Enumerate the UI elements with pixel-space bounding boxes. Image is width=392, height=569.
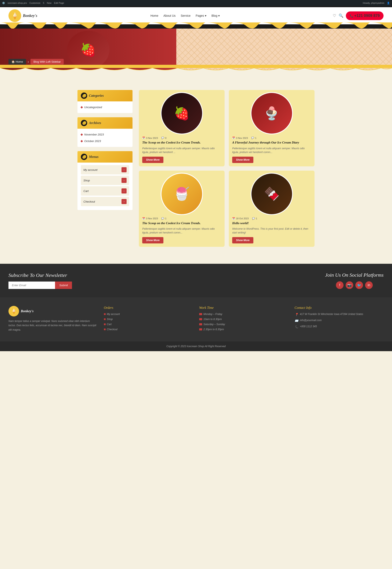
copyright-text: Copyright © 2023 Icecream Shop All Right… <box>166 345 226 348</box>
post-meta-3: 📅 3 Nov 2023 💬 1 <box>139 217 224 221</box>
show-more-btn-3[interactable]: Show More <box>142 237 163 243</box>
category-label: Uncategorized <box>84 106 102 109</box>
menu-arrow-shop: › <box>122 178 126 183</box>
show-more-btn-2[interactable]: Show More <box>232 157 253 163</box>
phone-icon: 📞 <box>295 325 298 329</box>
search-icon[interactable]: 🔍 <box>339 13 343 18</box>
site-header: 🍦 Bonkey's Home About Us Service Pages ▾… <box>0 7 392 24</box>
post-image-3: 🍧 <box>161 173 203 215</box>
menu-myaccount-label: My account <box>84 168 97 171</box>
footer-link-dot-2 <box>104 318 106 320</box>
twitter-icon[interactable]: 🐦 <box>355 281 363 289</box>
nav-about[interactable]: About Us <box>163 14 176 17</box>
instagram-icon[interactable]: 📷 <box>346 281 353 289</box>
facebook-icon[interactable]: f <box>336 281 344 289</box>
nav-service[interactable]: Service <box>181 14 191 17</box>
archives-icon: 😊 <box>81 120 87 126</box>
nav-home[interactable]: Home <box>151 14 158 17</box>
post-image-1: 🍓 <box>161 92 203 134</box>
comment-icon-1: 💬 <box>161 137 164 139</box>
hero-image: 🍓 <box>67 31 110 69</box>
contact-phone: 📞 +000 1112 345 <box>295 325 384 329</box>
menu-checkout-label: Checkout <box>84 200 95 203</box>
category-item[interactable]: Uncategorized <box>81 104 129 111</box>
footer-worktime-col: Work Time Monday – Friday 10am to 8.30pm… <box>199 306 288 333</box>
archive-item-nov[interactable]: November 2023 <box>81 131 129 138</box>
post-card-4: 🍫 📅 18 Oct 2023 💬 1 Hello world! Welcome… <box>229 171 315 247</box>
post-excerpt-4: Welcome to WordPress. This is your first… <box>229 227 315 237</box>
archive-item-oct[interactable]: October 2023 <box>81 138 129 144</box>
menus-icon: 😊 <box>81 154 87 160</box>
footer-logo-text: Bonkey's <box>21 309 33 313</box>
phone-button[interactable]: 📞 +121 0909 879 <box>346 12 384 20</box>
post-meta-2: 📅 3 Nov 2023 💬 1 <box>229 137 315 140</box>
menu-item-shop[interactable]: Shop › <box>81 176 129 185</box>
logo-text: Bonkey's <box>23 14 37 18</box>
drip-svg <box>0 22 392 29</box>
post-excerpt-3: Pellentesque sagittis lorem et nulla ali… <box>139 227 224 237</box>
menus-widget: 😊 Menus My account › Shop › Cart › <box>77 151 132 210</box>
new-link[interactable]: New <box>47 2 51 4</box>
footer-top: 🍦 Bonkey's Nam tempor tellus a semper vo… <box>8 306 384 339</box>
customize-link[interactable]: Customize <box>29 2 41 4</box>
post-title-3[interactable]: The Scoop on the Coolest Ice Cream Trend… <box>139 221 224 227</box>
category-diamond <box>80 106 83 108</box>
site-link[interactable]: icecream-shop.pro <box>8 2 27 4</box>
post-comments-2: 💬 1 <box>251 137 256 139</box>
archives-body: November 2023 October 2023 <box>77 129 132 147</box>
post-emoji-4: 🍫 <box>252 174 292 214</box>
breadcrumb-current: Blog With Left Sidebar <box>30 59 64 65</box>
linkedin-icon[interactable]: in <box>365 281 373 289</box>
footer-link-shop[interactable]: Shop <box>104 318 193 321</box>
newsletter-email-input[interactable] <box>8 281 55 289</box>
admin-bar-right: Howdy, phpmyadmin 👤 <box>363 2 390 4</box>
post-card-3: 🍧 📅 3 Nov 2023 💬 1 The Scoop on the Cool… <box>139 171 224 247</box>
post-card-2: 🍨 📅 3 Nov 2023 💬 1 A Flavorful Journey t… <box>229 90 315 167</box>
post-date-3: 📅 3 Nov 2023 <box>142 217 158 220</box>
footer-link-myaccount[interactable]: My account <box>104 313 193 316</box>
admin-avatar: 👤 <box>387 2 390 4</box>
calendar-icon-3: 📅 <box>142 217 145 220</box>
menu-item-checkout[interactable]: Checkout › <box>81 197 129 206</box>
nav-blog[interactable]: Blog ▾ <box>211 14 220 17</box>
menu-item-cart[interactable]: Cart › <box>81 186 129 195</box>
footer-bottom: Copyright © 2023 Icecream Shop All Right… <box>0 341 392 351</box>
post-title-1[interactable]: The Scoop on the Coolest Ice Cream Trend… <box>139 140 224 146</box>
post-comments-1: 💬 0 <box>161 137 166 139</box>
post-title-4[interactable]: Hello world! <box>229 221 315 227</box>
post-image-container-2: 🍨 <box>229 90 315 137</box>
footer-link-dot <box>104 313 106 315</box>
footer-link-cart[interactable]: Cart <box>104 323 193 326</box>
post-title-2[interactable]: A Flavorful Journey through Our Ice Crea… <box>229 140 315 146</box>
show-more-btn-4[interactable]: Show More <box>232 237 253 243</box>
menu-item-myaccount[interactable]: My account › <box>81 165 129 174</box>
breadcrumb-separator: › <box>28 60 29 64</box>
heart-icon[interactable]: ♡ <box>333 13 336 18</box>
footer-logo-icon: 🍦 <box>8 306 19 317</box>
breadcrumb-home[interactable]: 🏠 Home <box>8 59 26 65</box>
main-nav: Home About Us Service Pages ▾ Blog ▾ <box>151 14 220 17</box>
edit-page-link[interactable]: Edit Page <box>54 2 64 4</box>
menu-shop-label: Shop <box>84 179 90 182</box>
logo[interactable]: 🍦 Bonkey's <box>8 9 37 22</box>
footer-link-checkout[interactable]: Checkout <box>104 328 193 331</box>
calendar-icon-1: 📅 <box>142 137 145 139</box>
social-title: Join Us On Social Platforms <box>325 272 384 278</box>
worktime-item-1: Monday – Friday <box>199 313 288 316</box>
post-image-container-4: 🍫 <box>229 171 315 217</box>
newsletter-form: Submit <box>8 281 325 289</box>
newsletter-left: Subscribe To Our Newsletter Submit <box>8 272 325 289</box>
categories-widget: 😊 Categories Uncategorized <box>77 90 132 113</box>
newsletter-submit-button[interactable]: Submit <box>55 281 72 289</box>
footer-desc: Nam tempor tellus a semper volutpat. Nun… <box>8 319 98 332</box>
categories-title: Categories <box>89 94 104 97</box>
wp-icon: ⚙️ <box>2 2 5 4</box>
calendar-icon-2: 📅 <box>232 137 235 139</box>
comments-link[interactable]: 5 <box>43 2 44 4</box>
howdy-link[interactable]: Howdy, phpmyadmin <box>363 2 384 4</box>
nav-pages[interactable]: Pages ▾ <box>196 14 206 17</box>
post-meta-1: 📅 3 Nov 2023 💬 0 <box>139 137 224 140</box>
show-more-btn-1[interactable]: Show More <box>142 157 163 163</box>
hero-bottom-drip <box>0 71 392 77</box>
worktime-item-2: 10am to 8.30pm <box>199 318 288 321</box>
